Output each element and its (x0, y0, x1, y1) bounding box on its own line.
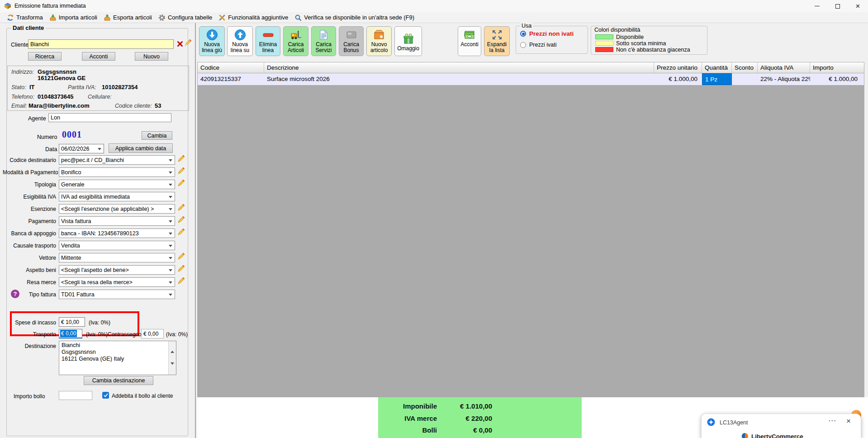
ricerca-button[interactable]: Ricerca (28, 52, 62, 61)
menu-bar: Trasforma Importa articoli Esporta artic… (0, 12, 868, 23)
table-header: Codice Descrizione Prezzo unitario Quant… (197, 62, 864, 73)
column-header-aliquota-iva[interactable]: Aliquota IVA (758, 62, 810, 73)
vettore-combobox[interactable]: Mittente (59, 253, 175, 262)
column-header-quantita[interactable]: Quantità (702, 62, 732, 73)
help-icon[interactable]: ? (11, 290, 19, 298)
card-icon (346, 29, 357, 41)
indirizzo-label: Indirizzo: (11, 69, 34, 75)
cell-quantita-selected[interactable]: 1 Pz (702, 73, 732, 85)
destinazione-line: Gsgsgsnsnsn (62, 349, 167, 356)
edit-client-icon[interactable] (184, 38, 192, 47)
codice-destinatario-combobox[interactable]: pec@pec.it / CD_Bianchi (59, 155, 175, 165)
column-header-codice[interactable]: Codice (198, 62, 264, 73)
carica-bonus-button[interactable]: Carica Bonus (339, 26, 364, 56)
applica-cambio-data-button[interactable]: Applica cambio data (109, 143, 173, 153)
trasporto-input[interactable]: € 0,00 (59, 329, 82, 338)
menu-importa-articoli[interactable]: Importa articoli (46, 13, 100, 22)
close-button[interactable]: × (848, 0, 868, 12)
banca-appoggio-combobox[interactable]: banca - IBAN: 1234567890123 (59, 229, 175, 238)
edit-resa-merce-icon[interactable] (177, 276, 185, 285)
menu-label: Esporta articoli (113, 14, 152, 21)
column-header-prezzo-unitario[interactable]: Prezzo unitario (654, 62, 702, 73)
importo-bollo-input[interactable] (59, 391, 92, 400)
edit-banca-icon[interactable] (177, 228, 185, 236)
carica-articoli-button[interactable]: Carica Articoli (283, 26, 308, 56)
cell-importo[interactable]: € 1.000,00 (810, 73, 861, 85)
destinazione-scrollbar[interactable] (168, 341, 176, 375)
cambia-destinazione-button[interactable]: Cambia destinazione (84, 376, 153, 385)
pagamento-combobox[interactable]: Vista fattura (59, 216, 175, 226)
prezzi-ivati-radio[interactable]: Prezzi ivati (520, 42, 556, 48)
prezzi-non-ivati-radio[interactable]: Prezzi non ivati (520, 30, 574, 37)
addebita-bollo-checkbox[interactable] (102, 392, 109, 399)
nuova-linea-su-button[interactable]: Nuova linea su (227, 26, 253, 56)
destinazione-textarea[interactable]: Bianchi Gsgsgsnsnsn 16121 Genova (GE) It… (59, 341, 176, 375)
table-row[interactable]: 420913215337 Surface microsoft 2026 € 1.… (197, 73, 864, 85)
cliente-input[interactable] (28, 39, 174, 49)
notification-close-icon[interactable]: × (846, 417, 851, 426)
cell-codice[interactable]: 420913215337 (198, 73, 264, 85)
cellulare-label: Cellulare: (88, 94, 112, 100)
tipologia-combobox[interactable]: Generale (59, 180, 175, 189)
modalita-pagamento-combobox[interactable]: Bonifico (59, 167, 175, 177)
search-icon (294, 14, 302, 21)
resa-merce-combobox[interactable]: <Scegli la resa della merce> (59, 277, 175, 287)
tipo-fattura-combobox[interactable]: TD01 Fattura (59, 290, 175, 299)
cell-prezzo-unitario[interactable]: € 1.000,00 (654, 73, 702, 85)
legend-swatch-red (595, 47, 613, 52)
agente-input[interactable] (48, 113, 171, 122)
edit-esenzione-icon[interactable] (177, 203, 185, 211)
scroll-down-icon[interactable] (171, 365, 174, 373)
edit-vettore-icon[interactable] (177, 252, 185, 260)
menu-configura-tabelle[interactable]: Configura tabelle (155, 13, 215, 22)
edit-aspetto-beni-icon[interactable] (177, 264, 185, 272)
menu-verifica-sede[interactable]: Verifica se disponibile in un'altra sede… (291, 13, 417, 22)
codice-cliente-label: Codice cliente: (115, 103, 152, 109)
table-empty-area[interactable] (197, 85, 864, 397)
maximize-button[interactable] (827, 0, 848, 12)
cell-descrizione[interactable]: Surface microsoft 2026 (264, 73, 654, 85)
nuova-linea-giu-button[interactable]: Nuova linea giù (199, 26, 225, 56)
data-combobox[interactable]: 06/02/2026 (59, 144, 104, 153)
scroll-up-icon[interactable] (171, 343, 174, 351)
more-options-icon[interactable]: ⋯ (828, 416, 836, 425)
aspetto-beni-combobox[interactable]: <Scegli l'aspetto del bene> (59, 265, 175, 275)
edit-modalita-pagamento-icon[interactable] (177, 167, 185, 175)
contrassegno-input[interactable] (141, 329, 164, 338)
nuovo-articolo-button[interactable]: Nuovo articolo (366, 26, 392, 56)
esigibilita-iva-combobox[interactable]: IVA ad esigibilità immediata (59, 192, 175, 201)
menu-esporta-articoli[interactable]: Esporta articoli (100, 13, 155, 22)
panel-splitter[interactable] (195, 23, 196, 438)
spese-incasso-input[interactable] (59, 317, 85, 327)
espandi-lista-button[interactable]: Espandi la lista (484, 26, 510, 56)
omaggio-button[interactable]: Omaggio (394, 26, 422, 56)
column-header-importo[interactable]: Importo (810, 62, 861, 73)
menu-trasforma[interactable]: Trasforma (4, 13, 46, 22)
expand-arrows-icon (491, 29, 503, 41)
column-header-descrizione[interactable]: Descrizione (264, 62, 654, 73)
cell-aliquota-iva[interactable]: 22% - Aliquota 22% (758, 73, 810, 85)
nuovo-button[interactable]: Nuovo (135, 52, 168, 61)
numero-value: 0001 (62, 129, 82, 140)
clear-client-icon[interactable] (177, 41, 183, 49)
cell-sconto[interactable] (732, 73, 758, 85)
codice-cliente-value: 53 (155, 102, 161, 109)
acconti-client-button[interactable]: Acconti (82, 52, 115, 61)
causale-trasporto-combobox[interactable]: Vendita (59, 241, 175, 250)
button-label: Carica Articoli (284, 42, 308, 53)
stato-value: IT (29, 84, 35, 90)
field-label: Esenzione (3, 206, 56, 212)
minimize-button[interactable] (807, 0, 827, 12)
edit-codice-destinatario-icon[interactable] (177, 154, 185, 162)
acconti-button[interactable]: Acconti (458, 26, 481, 56)
cambia-button[interactable]: Cambia (142, 131, 172, 140)
destinazione-label: Destinazione (3, 343, 56, 349)
carica-servizi-button[interactable]: Carica Servizi (311, 26, 336, 56)
elimina-linea-button[interactable]: Elimina linea (256, 26, 280, 56)
menu-funzionalita-aggiuntive[interactable]: Funzionalità aggiuntive (215, 13, 291, 22)
esenzione-combobox[interactable]: <Scegli l'esenzione (se applicabile) > (59, 204, 175, 214)
column-header-sconto[interactable]: Sconto (732, 62, 758, 73)
edit-tipologia-icon[interactable] (177, 179, 185, 187)
totals-value-imponibile: € 1.010,00 (441, 402, 492, 412)
edit-pagamento-icon[interactable] (177, 215, 185, 224)
